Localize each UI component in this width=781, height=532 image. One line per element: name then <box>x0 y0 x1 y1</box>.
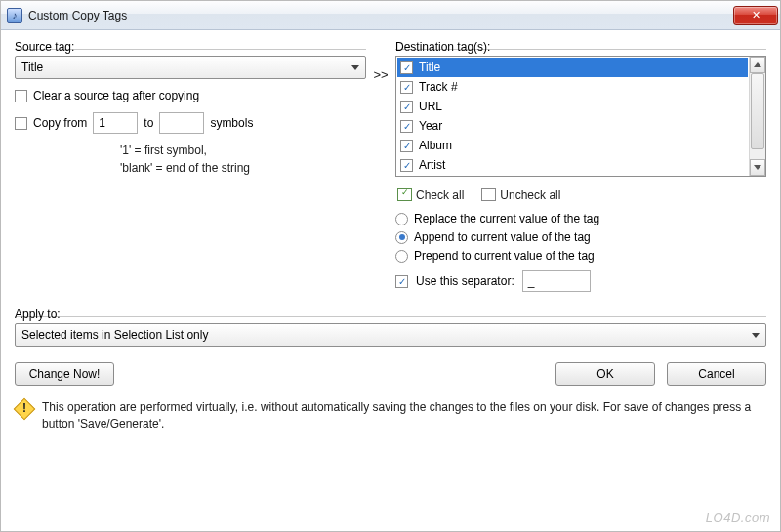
scroll-thumb[interactable] <box>751 73 764 149</box>
list-item-checkbox[interactable] <box>400 81 413 94</box>
source-tag-dropdown[interactable]: Title <box>15 56 366 79</box>
warning-icon: ! <box>14 398 36 421</box>
uncheck-all-link[interactable]: Uncheck all <box>481 186 560 202</box>
separator-value: _ <box>528 274 535 288</box>
list-item-checkbox[interactable] <box>400 61 413 74</box>
scroll-down-button[interactable] <box>750 159 765 176</box>
ok-label: OK <box>596 367 613 381</box>
list-item-checkbox[interactable] <box>400 120 413 133</box>
list-item[interactable]: Album <box>397 136 748 155</box>
watermark: LO4D.com <box>706 511 770 525</box>
mode-prepend-radio[interactable] <box>395 250 408 263</box>
list-item[interactable]: Year <box>397 116 748 136</box>
dest-tag-label: Destination tag(s): <box>395 40 766 54</box>
check-all-link[interactable]: Check all <box>397 186 464 202</box>
close-icon: ✕ <box>752 9 760 21</box>
copy-from-input[interactable]: 1 <box>93 112 138 134</box>
source-tag-value: Title <box>21 61 351 74</box>
list-item[interactable]: Track # <box>397 77 748 97</box>
hint-line-1: '1' = first symbol, <box>120 142 366 159</box>
cancel-button[interactable]: Cancel <box>667 362 766 386</box>
titlebar: ♪ Custom Copy Tags ✕ <box>1 1 780 30</box>
list-item[interactable]: URL <box>397 97 748 116</box>
scroll-track[interactable] <box>750 73 765 159</box>
copy-arrow: >> <box>366 40 395 292</box>
list-item-checkbox[interactable] <box>400 140 413 152</box>
apply-to-label: Apply to: <box>15 307 766 321</box>
window-title: Custom Copy Tags <box>28 9 127 22</box>
chevron-up-icon <box>754 62 761 67</box>
copy-from-value: 1 <box>99 116 105 130</box>
uncheck-all-icon <box>481 188 496 201</box>
clear-source-checkbox[interactable] <box>15 90 27 102</box>
list-item-checkbox[interactable] <box>400 101 413 113</box>
mode-prepend-label: Prepend to current value of the tag <box>414 249 595 263</box>
list-item-label: Year <box>419 119 442 133</box>
source-tag-label: Source tag: <box>15 40 366 54</box>
separator-label: Use this separator: <box>416 274 514 288</box>
separator-input[interactable]: _ <box>522 270 591 292</box>
list-item[interactable]: Title <box>397 58 748 77</box>
warning-text: This operation are performed virtually, … <box>42 399 764 433</box>
app-icon: ♪ <box>7 8 22 23</box>
list-item-label: URL <box>419 100 442 113</box>
apply-to-dropdown[interactable]: Selected items in Selection List only <box>15 323 766 347</box>
chevron-down-icon <box>351 65 359 70</box>
hint-line-2: 'blank' = end of the string <box>120 159 366 177</box>
change-now-label: Change Now! <box>29 367 101 381</box>
copy-to-input[interactable] <box>159 112 204 134</box>
cancel-label: Cancel <box>698 367 734 381</box>
uncheck-all-label: Uncheck all <box>500 188 560 202</box>
list-item-label: Title <box>419 61 440 74</box>
scrollbar[interactable] <box>749 57 765 176</box>
copy-from-label: Copy from <box>33 116 87 130</box>
close-button[interactable]: ✕ <box>733 6 778 25</box>
list-item[interactable]: Artist <box>397 155 748 175</box>
list-item-checkbox[interactable] <box>400 159 413 172</box>
list-item-label: Artist <box>419 158 445 172</box>
check-all-label: Check all <box>416 188 464 202</box>
mode-replace-label: Replace the current value of the tag <box>414 212 599 225</box>
dest-tag-listbox[interactable]: TitleTrack #URLYearAlbumArtist <box>395 56 766 177</box>
list-item-label: Album <box>419 139 452 152</box>
scroll-up-button[interactable] <box>750 57 765 73</box>
copy-to-label: to <box>144 116 153 130</box>
separator-checkbox[interactable] <box>395 275 408 288</box>
check-all-icon <box>397 188 412 201</box>
ok-button[interactable]: OK <box>555 362 655 386</box>
mode-append-radio[interactable] <box>395 231 408 244</box>
client-area: Source tag: Title Clear a source tag aft… <box>1 30 780 441</box>
copy-from-checkbox[interactable] <box>15 117 27 130</box>
chevron-down-icon <box>752 333 760 338</box>
symbols-label: symbols <box>210 116 253 130</box>
change-now-button[interactable]: Change Now! <box>15 362 114 386</box>
clear-source-label: Clear a source tag after copying <box>33 89 199 102</box>
apply-to-value: Selected items in Selection List only <box>21 328 752 342</box>
list-item-label: Track # <box>419 80 458 94</box>
chevron-down-icon <box>754 165 761 170</box>
mode-append-label: Append to current value of the tag <box>414 230 591 244</box>
mode-replace-radio[interactable] <box>395 213 408 225</box>
